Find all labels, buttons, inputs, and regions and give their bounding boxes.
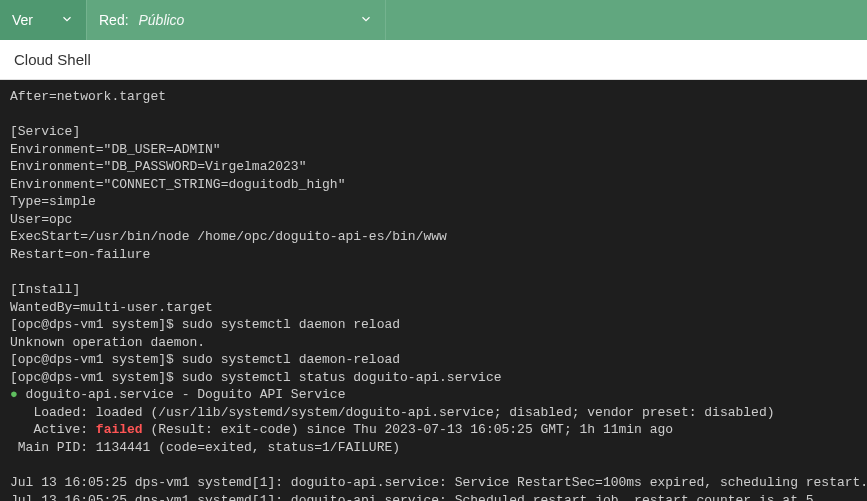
terminal-line: [Service] (10, 123, 857, 141)
terminal-line: Jul 13 16:05:25 dps-vm1 systemd[1]: dogu… (10, 492, 857, 501)
terminal-line: Jul 13 16:05:25 dps-vm1 systemd[1]: dogu… (10, 474, 857, 492)
terminal-line: [opc@dps-vm1 system]$ sudo systemctl dae… (10, 316, 857, 334)
terminal-line: [opc@dps-vm1 system]$ sudo systemctl sta… (10, 369, 857, 387)
app-title: Cloud Shell (14, 51, 91, 68)
terminal-line: WantedBy=multi-user.target (10, 299, 857, 317)
network-dropdown-label: Red: Público (99, 12, 184, 28)
terminal-line: Type=simple (10, 193, 857, 211)
network-dropdown[interactable]: Red: Público (86, 0, 386, 40)
terminal-line (10, 263, 857, 281)
terminal-line: Main PID: 1134441 (code=exited, status=1… (10, 439, 857, 457)
terminal-line: Restart=on-failure (10, 246, 857, 264)
terminal-line (10, 456, 857, 474)
chevron-down-icon (359, 12, 373, 29)
terminal-line: User=opc (10, 211, 857, 229)
terminal-line: [opc@dps-vm1 system]$ sudo systemctl dae… (10, 351, 857, 369)
terminal-line: [Install] (10, 281, 857, 299)
chevron-down-icon (60, 12, 74, 29)
terminal-line: ExecStart=/usr/bin/node /home/opc/doguit… (10, 228, 857, 246)
terminal-line: Environment="DB_USER=ADMIN" (10, 141, 857, 159)
top-bar: Ver Red: Público (0, 0, 867, 40)
terminal-line: Environment="CONNECT_STRING=doguitodb_hi… (10, 176, 857, 194)
terminal-line: Unknown operation daemon. (10, 334, 857, 352)
terminal-output[interactable]: After=network.target [Service]Environmen… (0, 80, 867, 501)
view-dropdown[interactable]: Ver (0, 0, 86, 40)
terminal-line: Active: failed (Result: exit-code) since… (10, 421, 857, 439)
terminal-line: After=network.target (10, 88, 857, 106)
app-title-bar: Cloud Shell (0, 40, 867, 80)
view-dropdown-label: Ver (12, 12, 33, 28)
terminal-line: ● doguito-api.service - Doguito API Serv… (10, 386, 857, 404)
terminal-line: Loaded: loaded (/usr/lib/systemd/system/… (10, 404, 857, 422)
terminal-line: Environment="DB_PASSWORD=Virgelma2023" (10, 158, 857, 176)
terminal-line (10, 106, 857, 124)
